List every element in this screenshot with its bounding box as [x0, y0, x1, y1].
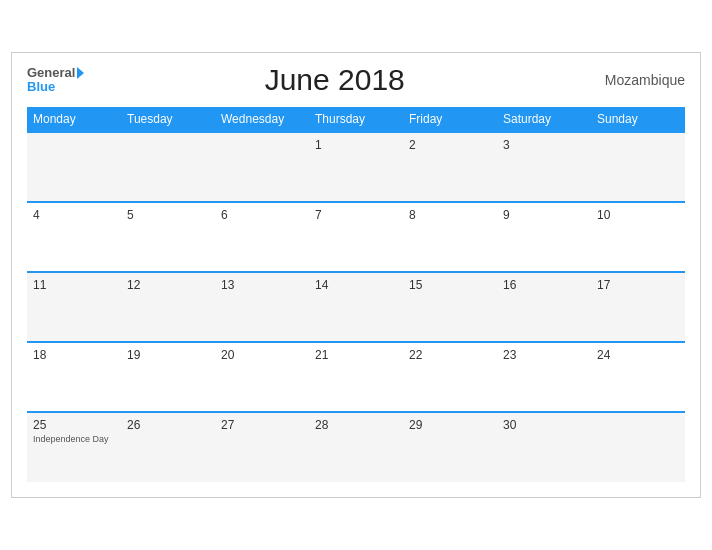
calendar-title: June 2018 — [265, 63, 405, 97]
calendar-day-cell: 16 — [497, 272, 591, 342]
calendar-header: General Blue June 2018 Mozambique — [27, 63, 685, 97]
day-number: 20 — [221, 348, 303, 362]
calendar-day-cell: 25Independence Day — [27, 412, 121, 482]
day-number: 7 — [315, 208, 397, 222]
day-number: 17 — [597, 278, 679, 292]
day-number: 30 — [503, 418, 585, 432]
calendar-day-cell: 12 — [121, 272, 215, 342]
calendar-day-cell: 14 — [309, 272, 403, 342]
calendar: General Blue June 2018 Mozambique Monday… — [11, 52, 701, 498]
day-number: 29 — [409, 418, 491, 432]
calendar-day-cell: 24 — [591, 342, 685, 412]
day-number: 13 — [221, 278, 303, 292]
calendar-week-row: 11121314151617 — [27, 272, 685, 342]
calendar-day-cell — [591, 412, 685, 482]
calendar-day-cell — [591, 132, 685, 202]
weekday-header-monday: Monday — [27, 107, 121, 132]
day-number: 6 — [221, 208, 303, 222]
day-number: 5 — [127, 208, 209, 222]
calendar-week-row: 123 — [27, 132, 685, 202]
holiday-label: Independence Day — [33, 434, 115, 444]
calendar-week-row: 45678910 — [27, 202, 685, 272]
calendar-day-cell: 10 — [591, 202, 685, 272]
day-number: 1 — [315, 138, 397, 152]
logo-blue-text: Blue — [27, 80, 84, 94]
weekday-header-thursday: Thursday — [309, 107, 403, 132]
day-number: 18 — [33, 348, 115, 362]
calendar-day-cell: 7 — [309, 202, 403, 272]
day-number: 10 — [597, 208, 679, 222]
calendar-grid: MondayTuesdayWednesdayThursdayFridaySatu… — [27, 107, 685, 482]
calendar-day-cell: 2 — [403, 132, 497, 202]
day-number: 12 — [127, 278, 209, 292]
calendar-country: Mozambique — [585, 72, 685, 88]
calendar-day-cell: 15 — [403, 272, 497, 342]
weekday-header-friday: Friday — [403, 107, 497, 132]
day-number: 8 — [409, 208, 491, 222]
day-number: 19 — [127, 348, 209, 362]
logo-general-text: General — [27, 66, 75, 80]
day-number: 21 — [315, 348, 397, 362]
day-number: 26 — [127, 418, 209, 432]
calendar-week-row: 25Independence Day2627282930 — [27, 412, 685, 482]
calendar-day-cell: 3 — [497, 132, 591, 202]
calendar-day-cell — [121, 132, 215, 202]
calendar-day-cell: 22 — [403, 342, 497, 412]
calendar-day-cell: 26 — [121, 412, 215, 482]
calendar-day-cell: 28 — [309, 412, 403, 482]
calendar-day-cell: 1 — [309, 132, 403, 202]
day-number: 22 — [409, 348, 491, 362]
day-number: 4 — [33, 208, 115, 222]
calendar-day-cell: 18 — [27, 342, 121, 412]
calendar-week-row: 18192021222324 — [27, 342, 685, 412]
calendar-day-cell: 29 — [403, 412, 497, 482]
calendar-day-cell: 4 — [27, 202, 121, 272]
day-number: 24 — [597, 348, 679, 362]
calendar-day-cell: 20 — [215, 342, 309, 412]
weekday-header-row: MondayTuesdayWednesdayThursdayFridaySatu… — [27, 107, 685, 132]
calendar-day-cell: 23 — [497, 342, 591, 412]
day-number: 25 — [33, 418, 115, 432]
calendar-day-cell: 5 — [121, 202, 215, 272]
day-number: 2 — [409, 138, 491, 152]
calendar-day-cell: 13 — [215, 272, 309, 342]
day-number: 27 — [221, 418, 303, 432]
weekday-header-tuesday: Tuesday — [121, 107, 215, 132]
day-number: 14 — [315, 278, 397, 292]
day-number: 9 — [503, 208, 585, 222]
weekday-header-wednesday: Wednesday — [215, 107, 309, 132]
logo-flag-icon — [77, 67, 84, 79]
day-number: 23 — [503, 348, 585, 362]
calendar-day-cell — [27, 132, 121, 202]
calendar-day-cell: 8 — [403, 202, 497, 272]
calendar-day-cell: 21 — [309, 342, 403, 412]
weekday-header-saturday: Saturday — [497, 107, 591, 132]
calendar-day-cell: 9 — [497, 202, 591, 272]
calendar-day-cell: 6 — [215, 202, 309, 272]
day-number: 16 — [503, 278, 585, 292]
day-number: 28 — [315, 418, 397, 432]
day-number: 3 — [503, 138, 585, 152]
calendar-day-cell: 17 — [591, 272, 685, 342]
calendar-day-cell: 27 — [215, 412, 309, 482]
day-number: 15 — [409, 278, 491, 292]
calendar-day-cell — [215, 132, 309, 202]
calendar-day-cell: 11 — [27, 272, 121, 342]
calendar-day-cell: 30 — [497, 412, 591, 482]
calendar-day-cell: 19 — [121, 342, 215, 412]
day-number: 11 — [33, 278, 115, 292]
logo: General Blue — [27, 66, 84, 95]
weekday-header-sunday: Sunday — [591, 107, 685, 132]
